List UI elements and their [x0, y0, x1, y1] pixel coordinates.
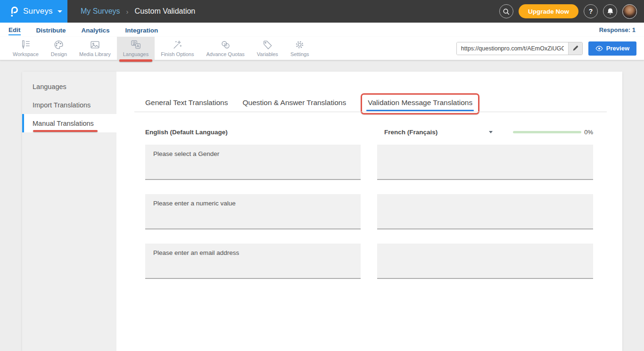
- target-text-email-input[interactable]: [377, 244, 593, 279]
- chevron-down-icon: [58, 10, 62, 13]
- sidebar-item-languages[interactable]: Languages: [22, 77, 116, 96]
- survey-url-input[interactable]: [457, 42, 568, 55]
- breadcrumb-separator: ›: [126, 8, 129, 16]
- user-avatar[interactable]: [622, 4, 637, 19]
- translation-row: Please enter a numeric value: [145, 194, 593, 229]
- tab-general-text-translations[interactable]: General Text Translations: [145, 98, 228, 107]
- top-header-bar: Surveys My Surveys › Custom Validation U…: [0, 0, 644, 23]
- tab-analytics[interactable]: Analytics: [82, 25, 110, 35]
- sidebar-item-label: Manual Translations: [33, 120, 94, 127]
- bell-icon: [607, 8, 614, 15]
- preview-button[interactable]: Preview: [588, 41, 636, 56]
- sidebar-item-label: Languages: [33, 83, 66, 90]
- manual-translations-panel: General Text Translations Question & Ans…: [116, 72, 622, 351]
- toolbar-item-design[interactable]: Design: [45, 37, 73, 60]
- breadcrumb-current-page: Custom Validation: [135, 7, 196, 16]
- sidebar-item-manual-translations[interactable]: Manual Translations: [22, 114, 116, 132]
- translation-progress-percent: 0%: [584, 129, 593, 136]
- finish-options-icon: [172, 40, 183, 50]
- upgrade-now-button[interactable]: Upgrade Now: [519, 4, 578, 18]
- chevron-down-icon: [489, 131, 493, 133]
- settings-icon: [294, 40, 305, 50]
- tab-distribute[interactable]: Distribute: [36, 25, 66, 35]
- tab-question-answer-translations[interactable]: Question & Answer Translations: [242, 98, 346, 107]
- toolbar-item-label: Advance Quotas: [206, 51, 244, 57]
- topbar-actions: Upgrade Now ?: [499, 4, 644, 19]
- toolbar-item-label: Media Library: [79, 51, 111, 57]
- toolbar-item-label: Finish Options: [161, 51, 194, 57]
- translation-rows: Please select a Gender Please enter a nu…: [145, 145, 593, 279]
- edit-toolbar: Workspace Design Media Library: [0, 37, 644, 60]
- sidebar-item-label: Import Translations: [33, 101, 91, 109]
- source-language-label: English (Default Language): [145, 129, 228, 136]
- translation-tabs-row: General Text Translations Question & Ans…: [145, 72, 593, 112]
- preview-button-label: Preview: [606, 45, 629, 52]
- languages-icon: [130, 40, 142, 50]
- toolbar-item-label: Variables: [257, 51, 278, 57]
- target-language-label: French (Français): [384, 129, 438, 136]
- help-button[interactable]: ?: [584, 4, 598, 18]
- survey-section-nav: Edit Distribute Analytics Integration Re…: [0, 23, 644, 37]
- search-button[interactable]: [499, 4, 513, 18]
- brand-label: Surveys: [23, 7, 53, 16]
- eye-icon: [595, 46, 603, 51]
- toolbar-item-languages[interactable]: Languages: [117, 37, 155, 60]
- target-language-dropdown[interactable]: French (Français): [377, 129, 493, 136]
- source-text-numeric[interactable]: Please enter a numeric value: [145, 194, 361, 229]
- questionpro-logo-icon: [9, 6, 19, 17]
- sidebar-item-import-translations[interactable]: Import Translations: [22, 96, 116, 114]
- toolbar-right-actions: Preview: [456, 37, 644, 60]
- search-icon: [503, 8, 510, 15]
- toolbar-item-settings[interactable]: Settings: [284, 37, 315, 60]
- translation-row: Please select a Gender: [145, 145, 593, 180]
- toolbar-item-media-library[interactable]: Media Library: [73, 37, 117, 60]
- toolbar-item-variables[interactable]: Variables: [251, 37, 284, 60]
- language-header-row: English (Default Language) French (Franç…: [145, 127, 593, 137]
- source-text-gender[interactable]: Please select a Gender: [145, 145, 361, 180]
- toolbar-item-advance-quotas[interactable]: Advance Quotas: [200, 37, 250, 60]
- variables-icon: [262, 40, 273, 50]
- translations-sidebar: Languages Import Translations Manual Tra…: [22, 72, 116, 351]
- toolbar-item-label: Settings: [290, 51, 309, 57]
- design-icon: [53, 40, 64, 50]
- breadcrumb: My Surveys › Custom Validation: [81, 7, 195, 16]
- target-text-numeric-input[interactable]: [377, 194, 593, 229]
- tab-validation-message-translations[interactable]: Validation Message Translations: [361, 93, 479, 114]
- help-icon: ?: [589, 8, 593, 15]
- breadcrumb-my-surveys-link[interactable]: My Surveys: [81, 7, 120, 16]
- notifications-button[interactable]: [603, 4, 617, 18]
- annotation-underline-languages: [119, 59, 152, 62]
- target-text-gender-input[interactable]: [377, 145, 593, 180]
- toolbar-item-label: Languages: [123, 51, 149, 57]
- translation-row: Please enter an email address: [145, 244, 593, 279]
- translations-card: Languages Import Translations Manual Tra…: [22, 72, 622, 351]
- tab-integration[interactable]: Integration: [125, 25, 158, 35]
- page-background: Languages Import Translations Manual Tra…: [0, 60, 644, 351]
- media-library-icon: [90, 40, 100, 50]
- toolbar-item-finish-options[interactable]: Finish Options: [155, 37, 200, 60]
- tab-edit[interactable]: Edit: [8, 24, 21, 35]
- surveys-menu-button[interactable]: Surveys: [0, 0, 67, 23]
- toolbar-item-workspace[interactable]: Workspace: [7, 37, 45, 60]
- edit-url-button[interactable]: [568, 42, 582, 55]
- source-text-email[interactable]: Please enter an email address: [145, 244, 361, 279]
- annotation-underline-manual-translations: [33, 130, 98, 132]
- pencil-icon: [572, 45, 578, 51]
- workspace-icon: [20, 40, 31, 50]
- toolbar-item-label: Design: [51, 51, 67, 57]
- response-count[interactable]: Response: 1: [599, 26, 636, 33]
- survey-url-box: [456, 42, 583, 55]
- toolbar-item-label: Workspace: [13, 51, 39, 57]
- translation-progress-bar: [513, 131, 581, 133]
- advance-quotas-icon: [220, 40, 231, 50]
